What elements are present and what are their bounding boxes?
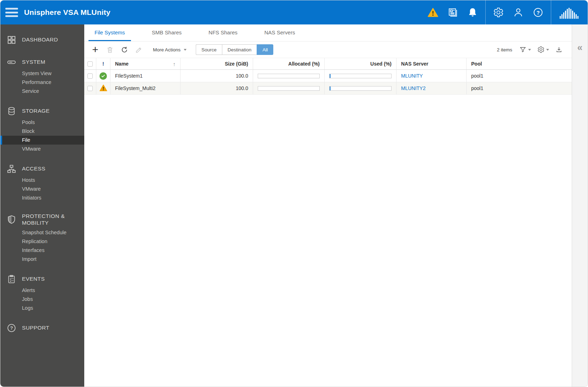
sidebar-section-label: SUPPORT bbox=[22, 325, 49, 331]
cell-size: 100.0 bbox=[181, 70, 253, 82]
sidebar-item-jobs[interactable]: Jobs bbox=[0, 295, 84, 304]
sidebar-section-label: DASHBOARD bbox=[22, 37, 58, 43]
row-checkbox[interactable] bbox=[87, 86, 93, 91]
sidebar-section-dashboard[interactable]: DASHBOARD bbox=[0, 33, 84, 47]
tab-bar: File SystemsSMB SharesNFS SharesNAS Serv… bbox=[84, 24, 572, 41]
sidebar-section-support[interactable]: ?SUPPORT bbox=[0, 321, 84, 335]
sidebar-item-vmware[interactable]: VMware bbox=[0, 185, 84, 194]
top-bar: Unisphere VSA MLUnity ? bbox=[0, 0, 588, 24]
sidebar-item-alerts[interactable]: Alerts bbox=[0, 286, 84, 295]
segment-source[interactable]: Source bbox=[196, 44, 222, 55]
cell-name: FIleSystem1 bbox=[110, 70, 181, 82]
chevron-down-icon bbox=[528, 49, 531, 51]
sidebar-item-block[interactable]: Block bbox=[0, 127, 84, 136]
row-checkbox[interactable] bbox=[87, 73, 93, 79]
table-row[interactable]: FileSystem_Multi2100.0MLUNITY2pool1 bbox=[84, 82, 572, 95]
app-title: Unisphere VSA MLUnity bbox=[24, 8, 110, 17]
sidebar-item-hosts[interactable]: Hosts bbox=[0, 176, 84, 185]
sidebar-item-logs[interactable]: Logs bbox=[0, 304, 84, 313]
support-icon: ? bbox=[7, 323, 16, 333]
sidebar-item-interfaces[interactable]: Interfaces bbox=[0, 246, 84, 255]
refresh-button[interactable] bbox=[119, 44, 130, 55]
column-header-select[interactable] bbox=[84, 58, 96, 69]
sidebar-item-pools[interactable]: Pools bbox=[0, 118, 84, 127]
column-header-used[interactable]: Used (%) bbox=[325, 58, 396, 69]
tab-smb-shares[interactable]: SMB Shares bbox=[146, 24, 188, 41]
status-warning-icon bbox=[99, 84, 107, 92]
shield-icon bbox=[7, 215, 16, 224]
tab-file-systems[interactable]: File Systems bbox=[89, 24, 131, 41]
sort-ascending-icon: ↑ bbox=[173, 61, 176, 67]
sidebar-section-protection[interactable]: PROTECTION & MOBILITY bbox=[0, 211, 84, 228]
toolbar: + More Actions SourceDestinationAll 2 it… bbox=[84, 41, 572, 58]
sidebar-section-label: STORAGE bbox=[22, 108, 50, 114]
column-header-name[interactable]: Name↑ bbox=[110, 58, 181, 69]
dashboard-icon bbox=[7, 35, 16, 45]
hamburger-menu-icon[interactable] bbox=[5, 8, 18, 17]
status-column-header: ! bbox=[102, 61, 104, 67]
export-download-button[interactable] bbox=[555, 46, 563, 53]
topbar-actions: ? bbox=[423, 0, 588, 24]
main-content: File SystemsSMB SharesNFS SharesNAS Serv… bbox=[84, 24, 572, 387]
nas-server-link[interactable]: MLUNITY bbox=[401, 73, 423, 79]
edit-button[interactable] bbox=[133, 44, 144, 55]
sidebar-item-replication[interactable]: Replication bbox=[0, 237, 84, 246]
column-header-status[interactable]: ! bbox=[96, 58, 110, 69]
add-button[interactable]: + bbox=[90, 44, 101, 55]
sidebar-item-import[interactable]: Import bbox=[0, 255, 84, 264]
cell-pool: pool1 bbox=[467, 82, 572, 94]
column-header-allocated[interactable]: Allocated (%) bbox=[253, 58, 325, 69]
sidebar-item-performance[interactable]: Performance bbox=[0, 78, 84, 87]
nas-server-link[interactable]: MLUNITY2 bbox=[401, 85, 426, 91]
segment-destination[interactable]: Destination bbox=[222, 44, 257, 55]
table-body: FIleSystem1100.0MLUNITYpool1FileSystem_M… bbox=[84, 70, 572, 95]
more-actions-dropdown[interactable]: More Actions bbox=[153, 47, 187, 52]
segment-all[interactable]: All bbox=[257, 44, 273, 55]
table-row[interactable]: FIleSystem1100.0MLUNITYpool1 bbox=[84, 70, 572, 82]
cell-name: FileSystem_Multi2 bbox=[110, 82, 181, 94]
notifications-bell-icon[interactable] bbox=[467, 6, 479, 18]
cell-allocated bbox=[253, 82, 325, 94]
allocated-progress-bar bbox=[258, 86, 320, 91]
cell-pool: pool1 bbox=[467, 70, 572, 82]
sidebar-section-access[interactable]: ACCESS bbox=[0, 162, 84, 176]
svg-text:?: ? bbox=[536, 10, 540, 16]
name-column-label: Name bbox=[115, 61, 129, 67]
toolbar-right: 2 items bbox=[497, 46, 566, 53]
system-icon bbox=[7, 57, 16, 67]
app-window: Unisphere VSA MLUnity ? bbox=[0, 0, 588, 387]
tab-nas-servers[interactable]: NAS Servers bbox=[258, 24, 301, 41]
allocated-progress-bar bbox=[258, 74, 320, 78]
column-header-nas[interactable]: NAS Server bbox=[396, 58, 467, 69]
select-all-checkbox[interactable] bbox=[87, 61, 93, 67]
file-systems-table: !Name↑Size (GiB)Allocated (%)Used (%)NAS… bbox=[84, 58, 572, 95]
sidebar-item-vmware[interactable]: VMware bbox=[0, 145, 84, 153]
used-progress-bar bbox=[329, 86, 392, 91]
sidebar-item-initiators[interactable]: Initiators bbox=[0, 194, 84, 202]
filter-funnel-button[interactable] bbox=[519, 46, 531, 53]
sidebar-section-label: SYSTEM bbox=[22, 59, 45, 66]
help-icon[interactable]: ? bbox=[532, 6, 544, 18]
sidebar-section-storage[interactable]: STORAGE bbox=[0, 104, 84, 118]
sidebar-section-events[interactable]: EVENTS bbox=[0, 272, 84, 286]
column-header-size[interactable]: Size (GiB) bbox=[181, 58, 253, 69]
warning-icon[interactable] bbox=[427, 6, 439, 18]
sidebar-item-system-view[interactable]: System View bbox=[0, 69, 84, 78]
jobs-icon[interactable] bbox=[447, 6, 459, 18]
table-settings-gear-button[interactable] bbox=[537, 46, 549, 53]
sidebar-item-service[interactable]: Service bbox=[0, 87, 84, 96]
sidebar-section-system[interactable]: SYSTEM bbox=[0, 55, 84, 69]
tab-nfs-shares[interactable]: NFS Shares bbox=[202, 24, 244, 41]
sidebar-section-label: PROTECTION & MOBILITY bbox=[22, 213, 79, 226]
delete-button[interactable] bbox=[104, 44, 115, 55]
sidebar-item-snapshot-schedule[interactable]: Snapshot Schedule bbox=[0, 228, 84, 237]
column-header-pool[interactable]: Pool bbox=[467, 58, 572, 69]
items-count: 2 items bbox=[497, 47, 512, 52]
settings-gear-icon[interactable] bbox=[492, 6, 504, 18]
brand-logo bbox=[560, 6, 578, 19]
sidebar-item-file[interactable]: File bbox=[0, 136, 84, 145]
collapse-panel-button[interactable]: « bbox=[577, 43, 582, 387]
user-icon[interactable] bbox=[512, 6, 524, 18]
access-icon bbox=[7, 164, 16, 174]
more-actions-label: More Actions bbox=[153, 47, 181, 52]
